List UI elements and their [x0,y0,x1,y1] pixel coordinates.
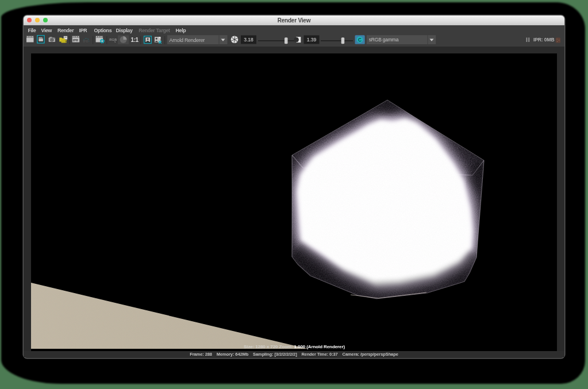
svg-text:S: S [66,40,68,44]
svg-text:IPR: 0MB: IPR: 0MB [533,37,555,43]
svg-text:sRGB gamma: sRGB gamma [369,37,399,43]
svg-text:RGB: RGB [109,38,117,41]
svg-text:Size: 1280 x 720 Zoom: 1.000: Size: 1280 x 720 Zoom: 1.000 (Arnold Ren… [244,344,345,349]
svg-text:Arnold Renderer: Arnold Renderer [170,37,205,43]
svg-text:IPR: IPR [73,38,78,42]
svg-text:IPR: IPR [83,40,89,43]
svg-text:1.39: 1.39 [307,37,317,43]
svg-text:3.18: 3.18 [244,37,253,43]
svg-text:1:1: 1:1 [131,37,139,43]
